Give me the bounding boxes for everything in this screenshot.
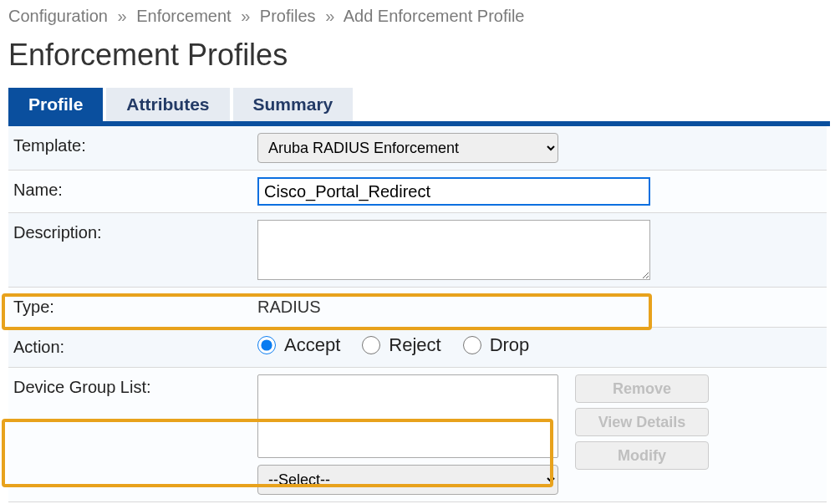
action-accept-radio[interactable] — [257, 336, 276, 354]
breadcrumb-item: Add Enforcement Profile — [344, 7, 525, 25]
breadcrumb-item[interactable]: Configuration — [8, 7, 108, 25]
action-reject-radio[interactable] — [362, 336, 380, 354]
action-accept[interactable]: Accept — [257, 334, 340, 356]
type-label: Type: — [8, 288, 251, 327]
row-action: Action: Accept Reject Drop — [8, 328, 827, 368]
row-description: Description: — [8, 213, 827, 288]
template-label: Template: — [8, 126, 251, 165]
breadcrumb-item[interactable]: Enforcement — [136, 7, 231, 25]
description-textarea[interactable] — [257, 220, 650, 280]
template-select[interactable]: Aruba RADIUS Enforcement — [257, 133, 558, 163]
row-device-group-list: Device Group List: --Select-- Remove Vie… — [8, 368, 827, 502]
name-label: Name: — [8, 171, 251, 210]
action-accept-label: Accept — [284, 334, 340, 356]
action-drop[interactable]: Drop — [463, 334, 530, 356]
row-template: Template: Aruba RADIUS Enforcement — [8, 126, 827, 171]
tab-profile[interactable]: Profile — [8, 88, 103, 121]
tab-bar: Profile Attributes Summary — [0, 88, 835, 121]
action-drop-radio[interactable] — [463, 336, 481, 354]
action-radio-group: Accept Reject Drop — [257, 334, 529, 356]
view-details-button[interactable]: View Details — [575, 408, 709, 436]
action-reject[interactable]: Reject — [362, 334, 440, 356]
breadcrumb: Configuration » Enforcement » Profiles »… — [0, 0, 835, 29]
name-input[interactable] — [257, 177, 650, 206]
tab-attributes[interactable]: Attributes — [106, 88, 229, 121]
description-label: Description: — [8, 213, 251, 252]
device-group-select[interactable]: --Select-- — [257, 465, 558, 495]
page-title: Enforcement Profiles — [0, 29, 835, 88]
device-group-list-label: Device Group List: — [8, 368, 251, 407]
row-name: Name: — [8, 171, 827, 213]
action-label: Action: — [8, 328, 251, 367]
breadcrumb-item[interactable]: Profiles — [260, 7, 316, 25]
remove-button[interactable]: Remove — [575, 374, 709, 403]
chevron-right-icon: » — [118, 7, 127, 25]
row-type: Type: RADIUS — [8, 288, 827, 328]
action-drop-label: Drop — [490, 334, 530, 356]
chevron-right-icon: » — [241, 7, 250, 25]
modify-button[interactable]: Modify — [575, 441, 709, 470]
profile-form: Template: Aruba RADIUS Enforcement Name:… — [8, 126, 827, 502]
tab-summary[interactable]: Summary — [233, 88, 354, 121]
device-group-list-box[interactable] — [257, 374, 558, 458]
action-reject-label: Reject — [389, 334, 440, 356]
chevron-right-icon: » — [325, 7, 334, 25]
type-value: RADIUS — [257, 294, 321, 320]
